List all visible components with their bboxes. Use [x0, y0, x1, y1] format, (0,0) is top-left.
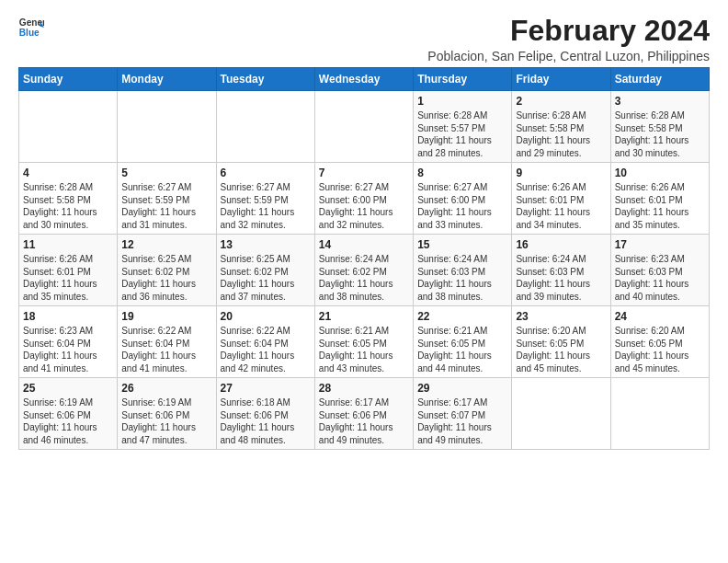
cell-info: and 47 minutes.: [121, 434, 211, 447]
cell-info: Daylight: 11 hours: [417, 350, 507, 362]
day-number: 23: [516, 310, 606, 323]
cell-info: Daylight: 11 hours: [221, 278, 311, 291]
calendar-cell: 23Sunrise: 6:20 AMSunset: 6:05 PMDayligh…: [512, 306, 610, 378]
col-header-tuesday: Tuesday: [216, 68, 314, 91]
cell-info: Sunrise: 6:22 AM: [221, 325, 311, 338]
calendar-cell: 18Sunrise: 6:23 AMSunset: 6:04 PMDayligh…: [19, 306, 118, 378]
cell-info: Sunset: 6:01 PM: [615, 194, 705, 207]
day-number: 29: [417, 382, 507, 395]
calendar-cell: 3Sunrise: 6:28 AMSunset: 5:58 PMDaylight…: [610, 91, 709, 163]
cell-info: Daylight: 11 hours: [516, 206, 606, 219]
cell-info: Daylight: 11 hours: [516, 278, 606, 291]
cell-info: Sunset: 6:00 PM: [417, 194, 507, 207]
day-number: 5: [121, 167, 211, 179]
cell-info: Daylight: 11 hours: [516, 350, 606, 362]
cell-info: and 34 minutes.: [516, 219, 606, 232]
cell-info: and 30 minutes.: [615, 147, 705, 160]
cell-info: Sunset: 5:58 PM: [23, 194, 113, 207]
cell-info: Daylight: 11 hours: [121, 206, 211, 219]
day-number: 13: [221, 238, 311, 251]
cell-info: and 41 minutes.: [23, 362, 113, 375]
calendar-cell: 1Sunrise: 6:28 AMSunset: 5:57 PMDaylight…: [414, 91, 512, 163]
cell-info: Daylight: 11 hours: [615, 134, 705, 147]
calendar-cell: 29Sunrise: 6:17 AMSunset: 6:07 PMDayligh…: [414, 378, 512, 450]
cell-info: Sunrise: 6:24 AM: [516, 253, 606, 266]
day-number: 27: [221, 382, 311, 395]
day-number: 10: [615, 167, 705, 179]
day-number: 4: [23, 167, 113, 179]
cell-info: Sunset: 6:02 PM: [121, 266, 211, 279]
cell-info: Daylight: 11 hours: [23, 278, 113, 291]
calendar-cell: 12Sunrise: 6:25 AMSunset: 6:02 PMDayligh…: [118, 235, 216, 306]
cell-info: Sunrise: 6:18 AM: [221, 396, 311, 409]
cell-info: Sunrise: 6:28 AM: [417, 109, 507, 122]
day-number: 26: [121, 382, 211, 395]
cell-info: and 45 minutes.: [516, 362, 606, 375]
cell-info: Daylight: 11 hours: [319, 278, 409, 291]
day-number: 3: [615, 95, 705, 108]
col-header-saturday: Saturday: [610, 68, 709, 91]
cell-info: Sunset: 6:05 PM: [319, 338, 409, 350]
cell-info: Sunrise: 6:28 AM: [615, 109, 705, 122]
cell-info: Sunset: 6:01 PM: [23, 266, 113, 279]
calendar-cell: 4Sunrise: 6:28 AMSunset: 5:58 PMDaylight…: [19, 163, 118, 235]
cell-info: Daylight: 11 hours: [23, 421, 113, 434]
cell-info: Sunrise: 6:20 AM: [516, 325, 606, 338]
cell-info: Sunrise: 6:21 AM: [417, 325, 507, 338]
cell-info: Sunset: 6:00 PM: [319, 194, 409, 207]
day-number: 11: [23, 238, 113, 251]
subtitle: Poblacion, San Felipe, Central Luzon, Ph…: [427, 49, 710, 63]
cell-info: and 30 minutes.: [23, 219, 113, 232]
calendar-cell: [118, 91, 216, 163]
cell-info: Sunset: 6:07 PM: [417, 409, 507, 422]
cell-info: Daylight: 11 hours: [615, 350, 705, 362]
cell-info: Sunset: 6:03 PM: [516, 266, 606, 279]
calendar-cell: 9Sunrise: 6:26 AMSunset: 6:01 PMDaylight…: [512, 163, 610, 235]
logo: General Blue: [18, 15, 44, 40]
cell-info: and 49 minutes.: [319, 434, 409, 447]
title-block: February 2024 Poblacion, San Felipe, Cen…: [427, 15, 710, 63]
cell-info: and 35 minutes.: [615, 219, 705, 232]
cell-info: and 36 minutes.: [121, 291, 211, 304]
cell-info: and 32 minutes.: [319, 219, 409, 232]
cell-info: and 42 minutes.: [221, 362, 311, 375]
cell-info: and 40 minutes.: [615, 291, 705, 304]
cell-info: Sunset: 5:59 PM: [221, 194, 311, 207]
cell-info: Sunset: 6:02 PM: [221, 266, 311, 279]
cell-info: Sunset: 6:03 PM: [615, 266, 705, 279]
cell-info: and 43 minutes.: [319, 362, 409, 375]
cell-info: Sunset: 5:58 PM: [516, 122, 606, 135]
cell-info: and 32 minutes.: [221, 219, 311, 232]
calendar-cell: 13Sunrise: 6:25 AMSunset: 6:02 PMDayligh…: [216, 235, 314, 306]
cell-info: Daylight: 11 hours: [319, 206, 409, 219]
day-number: 21: [319, 310, 409, 323]
calendar-cell: 22Sunrise: 6:21 AMSunset: 6:05 PMDayligh…: [414, 306, 512, 378]
day-number: 14: [319, 238, 409, 251]
cell-info: Sunrise: 6:27 AM: [417, 181, 507, 194]
cell-info: Sunset: 6:05 PM: [516, 338, 606, 350]
cell-info: Sunset: 6:04 PM: [23, 338, 113, 350]
day-number: 1: [417, 95, 507, 108]
cell-info: Daylight: 11 hours: [417, 134, 507, 147]
cell-info: Daylight: 11 hours: [221, 421, 311, 434]
calendar-table: SundayMondayTuesdayWednesdayThursdayFrid…: [18, 67, 710, 450]
calendar-cell: 26Sunrise: 6:19 AMSunset: 6:06 PMDayligh…: [118, 378, 216, 450]
cell-info: Sunset: 6:05 PM: [615, 338, 705, 350]
cell-info: and 38 minutes.: [319, 291, 409, 304]
cell-info: Sunrise: 6:25 AM: [121, 253, 211, 266]
cell-info: Sunrise: 6:26 AM: [615, 181, 705, 194]
cell-info: Daylight: 11 hours: [319, 421, 409, 434]
cell-info: Sunrise: 6:27 AM: [221, 181, 311, 194]
day-number: 18: [23, 310, 113, 323]
calendar-cell: 17Sunrise: 6:23 AMSunset: 6:03 PMDayligh…: [610, 235, 709, 306]
page: General Blue February 2024 Poblacion, Sa…: [0, 0, 728, 459]
cell-info: Sunrise: 6:24 AM: [319, 253, 409, 266]
cell-info: Daylight: 11 hours: [417, 278, 507, 291]
cell-info: Sunset: 6:02 PM: [319, 266, 409, 279]
calendar-cell: 25Sunrise: 6:19 AMSunset: 6:06 PMDayligh…: [19, 378, 118, 450]
cell-info: Sunrise: 6:19 AM: [23, 396, 113, 409]
cell-info: Sunset: 5:59 PM: [121, 194, 211, 207]
cell-info: and 49 minutes.: [417, 434, 507, 447]
calendar-cell: 20Sunrise: 6:22 AMSunset: 6:04 PMDayligh…: [216, 306, 314, 378]
cell-info: Daylight: 11 hours: [121, 278, 211, 291]
